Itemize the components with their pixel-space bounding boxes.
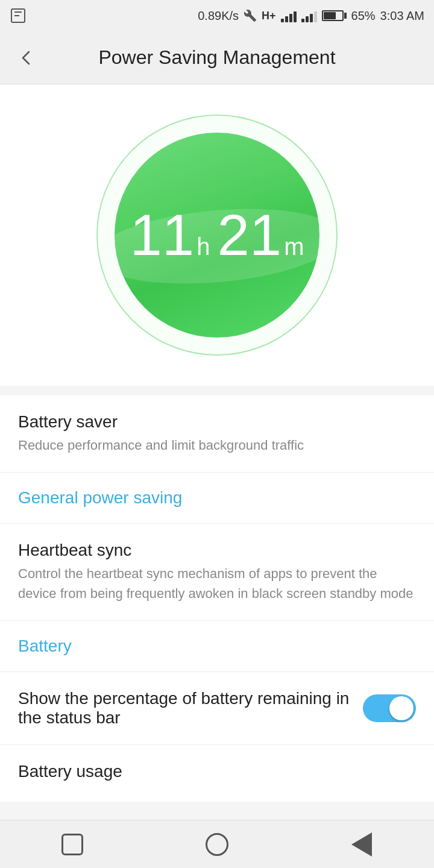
page-title: Power Saving Management bbox=[41, 46, 393, 69]
minutes-value: 21 bbox=[217, 206, 281, 264]
back-nav-button[interactable] bbox=[338, 826, 386, 863]
battery-percentage-toggle[interactable] bbox=[363, 694, 416, 722]
circle-outer: 11 h 21 m bbox=[96, 115, 338, 356]
heartbeat-sync-item: Heartbeat sync Control the heartbeat syn… bbox=[0, 524, 434, 621]
wrench-icon bbox=[244, 9, 257, 22]
status-bar-left bbox=[10, 0, 27, 31]
battery-link-label[interactable]: Battery bbox=[18, 637, 72, 655]
minutes-label: m bbox=[284, 233, 304, 260]
recent-apps-icon bbox=[61, 834, 83, 855]
battery-usage-title: Battery usage bbox=[18, 762, 416, 781]
general-power-saving-link[interactable]: General power saving bbox=[0, 473, 434, 524]
bottom-nav bbox=[0, 820, 434, 868]
battery-icon bbox=[322, 10, 347, 21]
battery-saver-desc: Reduce performance and limit background … bbox=[18, 435, 416, 455]
battery-time-section: 11 h 21 m bbox=[0, 84, 434, 386]
heartbeat-sync-desc: Control the heartbeat sync mechanism of … bbox=[18, 564, 416, 603]
status-bar: 0.89K/s H+ 65% 3:03 AM bbox=[0, 0, 434, 31]
back-arrow-icon bbox=[17, 48, 36, 68]
network-type-icon: H+ bbox=[262, 10, 276, 22]
network-speed: 0.89K/s bbox=[198, 9, 239, 23]
back-button[interactable] bbox=[12, 43, 41, 72]
hours-label: h bbox=[197, 233, 210, 260]
battery-percentage-label: Show the percentage of battery remaining… bbox=[18, 689, 349, 727]
back-nav-icon bbox=[351, 832, 372, 857]
hours-value: 11 bbox=[130, 206, 194, 264]
battery-usage-item[interactable]: Battery usage bbox=[0, 745, 434, 802]
clock: 3:03 AM bbox=[380, 9, 424, 23]
home-button[interactable] bbox=[193, 826, 241, 863]
signal-bars-1 bbox=[281, 9, 297, 22]
recent-apps-button[interactable] bbox=[48, 826, 96, 863]
signal-bars-2 bbox=[301, 9, 317, 22]
toggle-knob bbox=[389, 696, 414, 720]
home-icon bbox=[206, 833, 228, 856]
heartbeat-sync-title: Heartbeat sync bbox=[18, 541, 416, 560]
battery-saver-item: Battery saver Reduce performance and lim… bbox=[0, 395, 434, 473]
battery-percent: 65% bbox=[351, 9, 376, 23]
battery-percentage-row: Show the percentage of battery remaining… bbox=[0, 672, 434, 745]
main-content: 11 h 21 m Battery saver Reduce performan… bbox=[0, 84, 434, 850]
circle-inner: 11 h 21 m bbox=[115, 133, 319, 338]
battery-percentage-text: Show the percentage of battery remaining… bbox=[18, 689, 363, 728]
battery-saver-title: Battery saver bbox=[18, 412, 416, 432]
battery-time-display: 11 h 21 m bbox=[130, 206, 304, 264]
notification-icon bbox=[10, 7, 27, 24]
general-power-saving-label[interactable]: General power saving bbox=[18, 488, 182, 507]
top-bar: Power Saving Management bbox=[0, 31, 434, 84]
battery-link[interactable]: Battery bbox=[0, 621, 434, 672]
battery-saver-section: Battery saver Reduce performance and lim… bbox=[0, 395, 434, 802]
